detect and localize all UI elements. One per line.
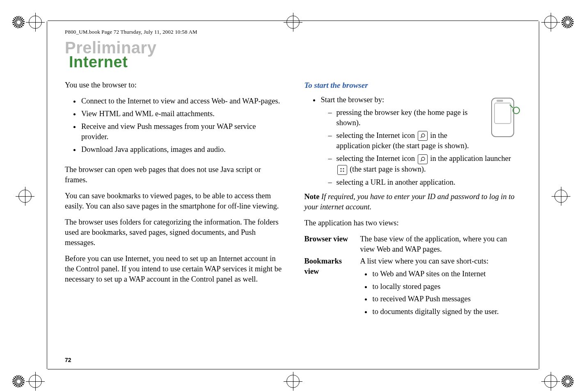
print-mark-spine-top: [286, 16, 300, 29]
list-item: to received WAP Push messages: [372, 294, 522, 304]
browser-view-text: The base view of the application, where …: [360, 234, 522, 254]
note-paragraph: Note If required, you have to enter your…: [304, 192, 522, 212]
footer-rule: [48, 369, 538, 369]
svg-line-8: [421, 160, 422, 161]
list-item: to Web and WAP sites on the Internet: [372, 269, 522, 279]
svg-rect-2: [497, 100, 503, 102]
list-item: selecting a URL in another application.: [328, 177, 522, 188]
internet-icon: [418, 131, 428, 141]
list-item: selecting the Internet icon in the appli…: [328, 154, 522, 175]
list-item: View HTML and WML e-mail attachments.: [80, 109, 282, 119]
svg-point-12: [343, 170, 344, 172]
browser-view-label: Browser view: [304, 234, 358, 254]
svg-line-6: [421, 137, 422, 138]
svg-point-9: [340, 168, 341, 169]
print-mark-bottom-left: [12, 375, 42, 388]
svg-point-11: [340, 170, 341, 172]
header-text: P800_UM.book Page 72 Thursday, July 11, …: [65, 29, 197, 35]
intro-text: You use the browser to:: [65, 80, 282, 90]
bookmarks-view-text: A list view where you can save short-cut…: [360, 256, 522, 320]
note-label: Note: [304, 193, 320, 201]
list-item: Download Java applications, images and a…: [80, 144, 282, 155]
print-mark-bottom-right: [544, 375, 574, 388]
print-mark-side-left: [18, 190, 32, 203]
start-browser-list: Start the browser by: pressing the brows…: [304, 95, 522, 188]
side-rule-right: [539, 21, 539, 369]
paragraph: The browser can open web pages that does…: [65, 165, 282, 185]
application-launcher-icon: [337, 165, 347, 175]
print-mark-spine-bottom: [286, 375, 300, 388]
print-mark-top-left: [12, 16, 42, 29]
bookmarks-view-label: Bookmarks view: [304, 256, 358, 320]
subheading-start-browser: To start the browser: [304, 80, 522, 91]
list-item: pressing the browser key (the home page …: [328, 108, 522, 128]
print-mark-side-right: [554, 190, 568, 203]
views-table: Browser view The base view of the applic…: [304, 234, 522, 320]
svg-point-7: [421, 157, 425, 160]
start-intro-text: Start the browser by:: [321, 96, 385, 104]
internet-icon: [418, 154, 428, 164]
side-rule-left: [47, 21, 47, 369]
start-browser-sublist: pressing the browser key (the home page …: [321, 108, 522, 188]
list-item: to locally stored pages: [372, 282, 522, 292]
header-rule: [48, 21, 538, 21]
left-column: You use the browser to: Connect to the I…: [65, 80, 282, 351]
two-views-intro: The application has two views:: [304, 218, 522, 228]
list-item: Receive and view Push messages from your…: [80, 121, 282, 142]
bookmarks-bullets: to Web and WAP sites on the Internet to …: [360, 269, 522, 317]
list-item: Connect to the Internet to view and acce…: [80, 96, 282, 106]
print-mark-top-right: [544, 16, 574, 29]
list-item: Start the browser by: pressing the brows…: [320, 95, 522, 188]
page-title: Internet: [69, 53, 128, 71]
right-column: To start the browser Start the browser b…: [304, 80, 522, 351]
content-columns: You use the browser to: Connect to the I…: [65, 80, 521, 351]
paragraph: The browser uses folders for categorizin…: [65, 217, 282, 248]
paragraph: Before you can use Internet, you need to…: [65, 254, 282, 284]
paragraph: You can save bookmarks to viewed pages, …: [65, 191, 282, 211]
browser-uses-list: Connect to the Internet to view and acce…: [65, 96, 282, 155]
svg-point-10: [343, 168, 344, 169]
list-item: selecting the Internet icon in the appli…: [328, 131, 522, 151]
page-number: 72: [65, 357, 71, 363]
svg-point-5: [421, 134, 425, 137]
note-body: If required, you have to enter your ID a…: [304, 193, 515, 211]
list-item: to documents digitally signed by the use…: [372, 307, 522, 317]
